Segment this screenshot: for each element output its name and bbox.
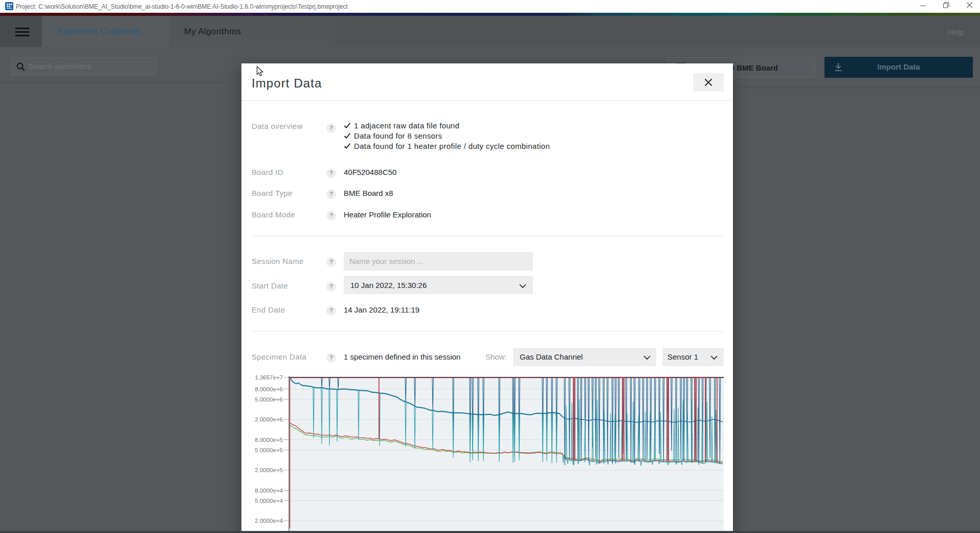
svg-text:2.0000e+4: 2.0000e+4	[255, 518, 283, 524]
svg-text:5.0000e+5: 5.0000e+5	[255, 447, 283, 453]
svg-text:8.0000e+4: 8.0000e+4	[255, 487, 283, 494]
svg-text:2.0000e+5: 2.0000e+5	[255, 467, 283, 473]
svg-text:5.0000e+6: 5.0000e+6	[255, 396, 283, 403]
svg-text:2.0000e+6: 2.0000e+6	[255, 416, 283, 423]
svg-text:8.0000e+6: 8.0000e+6	[255, 386, 283, 392]
svg-text:1.3657e+7: 1.3657e+7	[255, 374, 283, 381]
svg-text:5.0000e+4: 5.0000e+4	[255, 498, 283, 504]
svg-text:8.0000e+5: 8.0000e+5	[255, 437, 283, 443]
